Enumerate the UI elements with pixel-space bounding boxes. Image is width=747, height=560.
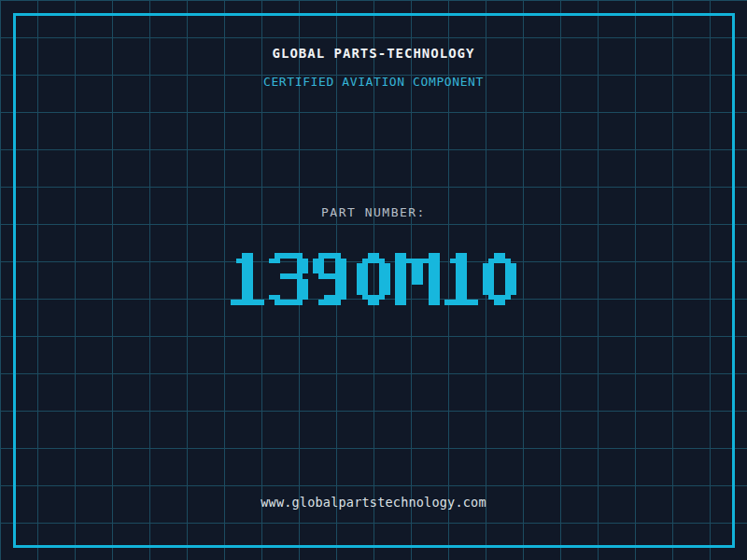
part-number-glyph: [357, 253, 390, 305]
blueprint-canvas: GLOBAL PARTS-TECHNOLOGY CERTIFIED AVIATI…: [0, 0, 747, 560]
part-number-glyph: [231, 253, 264, 305]
part-number-label: PART NUMBER:: [0, 205, 747, 219]
part-number-glyph: [313, 253, 352, 305]
part-number-glyph: [269, 253, 308, 305]
part-number-display: [0, 253, 747, 305]
company-title: GLOBAL PARTS-TECHNOLOGY: [0, 46, 747, 61]
certification-subtitle: CERTIFIED AVIATION COMPONENT: [0, 75, 747, 89]
part-number-glyph: [395, 253, 440, 305]
part-number-glyph: [444, 253, 478, 305]
website-url: www.globalpartstechnology.com: [0, 495, 747, 510]
part-number-glyph: [483, 253, 516, 305]
